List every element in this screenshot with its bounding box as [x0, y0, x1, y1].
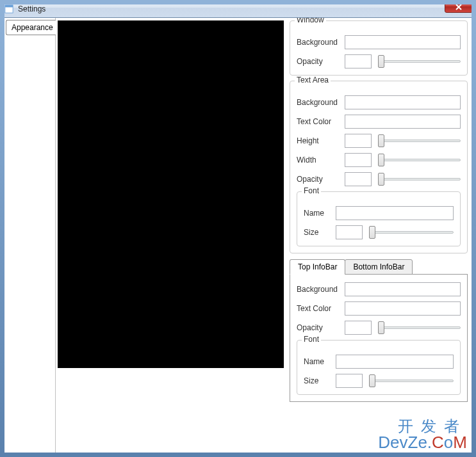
infobar-opacity-slider[interactable]	[378, 321, 461, 334]
textarea-font-size-input[interactable]	[336, 225, 363, 239]
textarea-background-label: Background	[297, 98, 345, 107]
infobar-tab-content: Background Text Color Opacity Font	[290, 274, 468, 402]
textarea-font-name-input[interactable]	[336, 206, 454, 220]
side-tabstrip: Appearance	[4, 18, 56, 453]
preview-box	[58, 20, 284, 368]
client-area: Appearance Window Background Opacity	[4, 18, 472, 453]
textarea-textcolor-label: Text Color	[297, 117, 345, 126]
tab-appearance[interactable]: Appearance	[6, 20, 56, 35]
textarea-textcolor-input[interactable]	[345, 115, 461, 129]
textarea-opacity-label: Opacity	[297, 175, 345, 184]
infobar-background-input[interactable]	[345, 282, 461, 296]
group-window-title: Window	[295, 18, 326, 24]
svg-rect-1	[5, 4, 13, 7]
close-button[interactable]	[445, 1, 473, 13]
group-textarea-title: Text Area	[295, 76, 331, 84]
window-opacity-slider[interactable]	[378, 55, 461, 68]
textarea-width-label: Width	[297, 156, 345, 164]
infobar-textcolor-label: Text Color	[297, 304, 345, 313]
window-background-label: Background	[297, 38, 345, 47]
infobar-font-size-input[interactable]	[336, 374, 363, 388]
infobar-textcolor-input[interactable]	[345, 301, 461, 316]
infobar-font-title: Font	[302, 335, 321, 344]
textarea-width-input[interactable]	[345, 153, 372, 167]
infobar-font-name-label: Name	[304, 357, 336, 366]
group-textarea-font: Font Name Size	[297, 191, 461, 246]
infobar-font-size-slider[interactable]	[369, 374, 454, 387]
window-background-input[interactable]	[345, 35, 461, 49]
window-opacity-input[interactable]	[345, 54, 372, 68]
textarea-height-label: Height	[297, 136, 345, 145]
infobar-background-label: Background	[297, 285, 345, 294]
textarea-font-size-slider[interactable]	[369, 226, 454, 239]
infobar-font-name-input[interactable]	[336, 355, 454, 369]
textarea-height-slider[interactable]	[378, 134, 461, 147]
infobar-tabhost: Top InfoBar Bottom InfoBar Background Te…	[290, 259, 468, 402]
window-title: Settings	[18, 4, 45, 13]
infobar-font-size-label: Size	[304, 376, 336, 385]
settings-window: Settings Appearance Window Background Op…	[0, 0, 476, 457]
infobar-opacity-input[interactable]	[345, 321, 372, 335]
group-window: Window Background Opacity	[290, 20, 468, 76]
group-textarea: Text Area Background Text Color Height W…	[290, 81, 468, 253]
textarea-opacity-input[interactable]	[345, 172, 372, 186]
tab-top-infobar[interactable]: Top InfoBar	[290, 259, 345, 275]
titlebar: Settings	[0, 0, 476, 18]
window-opacity-label: Opacity	[297, 57, 345, 66]
settings-panel: Window Background Opacity Text Area Back…	[286, 18, 472, 453]
group-infobar-font: Font Name Size	[297, 340, 461, 395]
textarea-opacity-slider[interactable]	[378, 173, 461, 186]
textarea-width-slider[interactable]	[378, 154, 461, 166]
textarea-background-input[interactable]	[345, 95, 461, 109]
textarea-font-size-label: Size	[304, 228, 336, 237]
app-icon	[4, 4, 14, 14]
textarea-font-title: Font	[302, 186, 321, 195]
infobar-opacity-label: Opacity	[297, 323, 345, 332]
preview-pane	[56, 18, 286, 453]
textarea-font-name-label: Name	[304, 209, 336, 218]
textarea-height-input[interactable]	[345, 134, 372, 148]
tab-bottom-infobar[interactable]: Bottom InfoBar	[345, 259, 413, 275]
